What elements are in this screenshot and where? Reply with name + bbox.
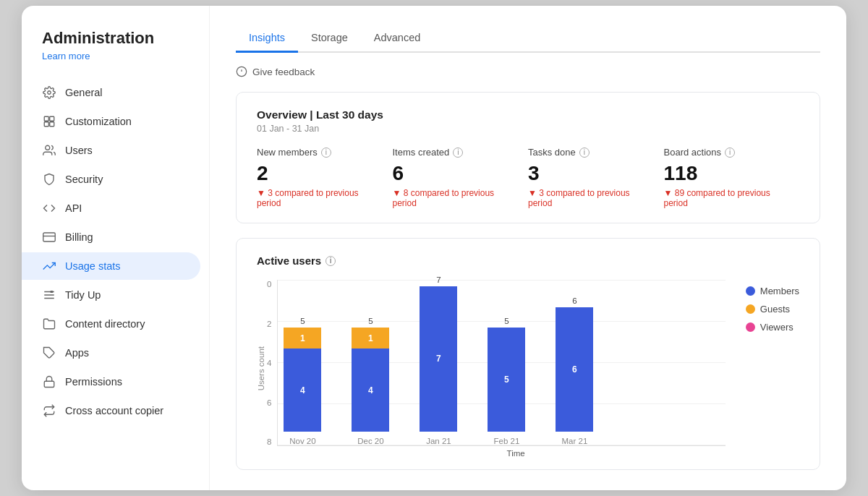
- legend-members: Members: [746, 286, 799, 296]
- overview-date: 01 Jan - 31 Jan: [257, 124, 799, 134]
- tab-insights[interactable]: Insights: [236, 26, 298, 53]
- sidebar-item-users[interactable]: Users: [22, 137, 200, 164]
- overview-card: Overview | Last 30 days 01 Jan - 31 Jan …: [236, 92, 820, 223]
- chart-icon: [42, 259, 56, 273]
- sidebar-item-permissions[interactable]: Permissions: [22, 368, 200, 395]
- sidebar-label-apps: Apps: [65, 347, 89, 359]
- sidebar-label-permissions: Permissions: [65, 376, 122, 388]
- metric-change-items-created: ▼ 8 compared to previous period: [393, 188, 514, 208]
- sidebar-title: Administration: [22, 29, 209, 48]
- sidebar-label-customization: Customization: [65, 116, 132, 127]
- apps-icon: [42, 346, 56, 360]
- sidebar-label-tidy-up: Tidy Up: [65, 289, 101, 301]
- feedback-icon: [236, 66, 247, 77]
- chart-legend: Members Guests Viewers: [746, 286, 799, 333]
- tab-storage[interactable]: Storage: [298, 26, 361, 53]
- sidebar-item-security[interactable]: Security: [22, 166, 200, 193]
- metric-change-tasks-done: ▼ 3 compared to previous period: [528, 188, 650, 208]
- tabs: Insights Storage Advanced: [236, 26, 820, 53]
- users-icon: [42, 143, 56, 158]
- bar-stack: 7: [420, 286, 457, 432]
- chart-bars-area: 541Nov 20541Dec 2077Jan 2155Feb 2166Mar …: [277, 280, 725, 446]
- chart-title: Active users i: [257, 255, 799, 267]
- bar-top-label: 5: [300, 317, 305, 325]
- overview-title: Overview | Last 30 days: [257, 108, 799, 121]
- security-icon: [42, 172, 56, 187]
- sidebar-item-customization[interactable]: Customization: [22, 108, 200, 135]
- svg-rect-8: [51, 291, 54, 293]
- metric-tasks-done: Tasks done i 3 ▼ 3 compared to previous …: [528, 147, 664, 208]
- y-axis-label: Users count: [257, 346, 265, 390]
- bar-group-jan-21: 77Jan 21: [420, 275, 457, 445]
- sidebar-label-api: API: [65, 202, 82, 214]
- sidebar-item-content-directory[interactable]: Content directory: [22, 310, 200, 338]
- metric-label-tasks-done: Tasks done i: [528, 147, 650, 158]
- main-content: Insights Storage Advanced Give feedback …: [210, 6, 846, 490]
- admin-card: Administration Learn more General Custom…: [22, 6, 846, 490]
- bar-bottom-label: Nov 20: [289, 437, 315, 445]
- sidebar-label-billing: Billing: [65, 231, 93, 243]
- bar-group-mar-21: 66Mar 21: [556, 296, 593, 446]
- feedback-row[interactable]: Give feedback: [236, 66, 820, 77]
- learn-more-link[interactable]: Learn more: [22, 51, 209, 61]
- bar-group-nov-20: 541Nov 20: [284, 317, 321, 445]
- sidebar-label-usage-stats: Usage stats: [65, 260, 121, 272]
- legend-guests: Guests: [746, 304, 799, 315]
- metric-change-board-actions: ▼ 89 compared to previous period: [664, 188, 786, 208]
- bar-segment-members: 4: [352, 349, 389, 432]
- svg-rect-10: [44, 381, 54, 387]
- metric-items-created: Items created i 6 ▼ 8 compared to previo…: [393, 147, 529, 208]
- legend-dot-members: [746, 286, 755, 296]
- info-icon-tasks-done: i: [579, 147, 590, 158]
- sidebar-item-tidy-up[interactable]: Tidy Up: [22, 281, 200, 309]
- sidebar-item-usage-stats[interactable]: Usage stats: [22, 252, 200, 280]
- bar-stack: 41: [352, 328, 389, 432]
- bar-stack: 6: [556, 307, 593, 432]
- metric-board-actions: Board actions i 118 ▼ 89 compared to pre…: [664, 147, 800, 208]
- metric-change-new-members: ▼ 3 compared to previous period: [257, 188, 378, 208]
- bar-segment-members: 4: [284, 349, 321, 432]
- legend-dot-guests: [746, 304, 755, 314]
- bar-top-label: 6: [572, 296, 576, 305]
- info-icon-items-created: i: [453, 147, 463, 158]
- svg-rect-2: [50, 116, 54, 121]
- copier-icon: [42, 403, 56, 418]
- svg-rect-1: [44, 116, 48, 121]
- sidebar-item-api[interactable]: API: [22, 194, 200, 222]
- metric-value-new-members: 2: [257, 162, 378, 185]
- feedback-label: Give feedback: [252, 67, 315, 77]
- bar-bottom-label: Jan 21: [426, 437, 451, 445]
- sidebar-nav: General Customization Users: [22, 79, 209, 424]
- metric-value-tasks-done: 3: [528, 162, 650, 185]
- sidebar-item-general[interactable]: General: [22, 79, 200, 106]
- customization-icon: [42, 114, 56, 129]
- metrics-row: New members i 2 ▼ 3 compared to previous…: [257, 147, 799, 208]
- sidebar-label-general: General: [65, 87, 103, 98]
- bar-group-feb-21: 55Feb 21: [488, 317, 525, 445]
- sidebar-label-security: Security: [65, 174, 103, 185]
- tidy-icon: [42, 288, 56, 302]
- chart-card: Active users i Users count 8 6 4 2 0: [236, 238, 820, 470]
- legend-dot-viewers: [746, 322, 755, 332]
- tab-advanced[interactable]: Advanced: [361, 26, 434, 53]
- sidebar-item-cross-account-copier[interactable]: Cross account copier: [22, 397, 200, 424]
- svg-rect-4: [50, 122, 54, 127]
- bar-group-dec-20: 541Dec 20: [352, 317, 389, 445]
- sidebar-item-billing[interactable]: Billing: [22, 223, 200, 251]
- svg-point-0: [48, 91, 51, 95]
- svg-rect-6: [43, 233, 56, 241]
- sidebar: Administration Learn more General Custom…: [22, 6, 210, 490]
- bar-stack: 41: [284, 328, 321, 432]
- bar-segment-guests: 1: [352, 328, 389, 349]
- api-icon: [42, 201, 56, 215]
- bar-segment-members: 6: [556, 307, 593, 432]
- bar-bottom-label: Feb 21: [494, 437, 520, 445]
- sidebar-item-apps[interactable]: Apps: [22, 339, 200, 367]
- metric-value-board-actions: 118: [664, 162, 786, 185]
- info-icon-new-members: i: [321, 147, 331, 158]
- metric-label-new-members: New members i: [257, 147, 378, 158]
- metric-value-items-created: 6: [393, 162, 514, 185]
- svg-point-5: [46, 145, 50, 150]
- bar-top-label: 5: [504, 317, 509, 325]
- metric-label-items-created: Items created i: [393, 147, 514, 158]
